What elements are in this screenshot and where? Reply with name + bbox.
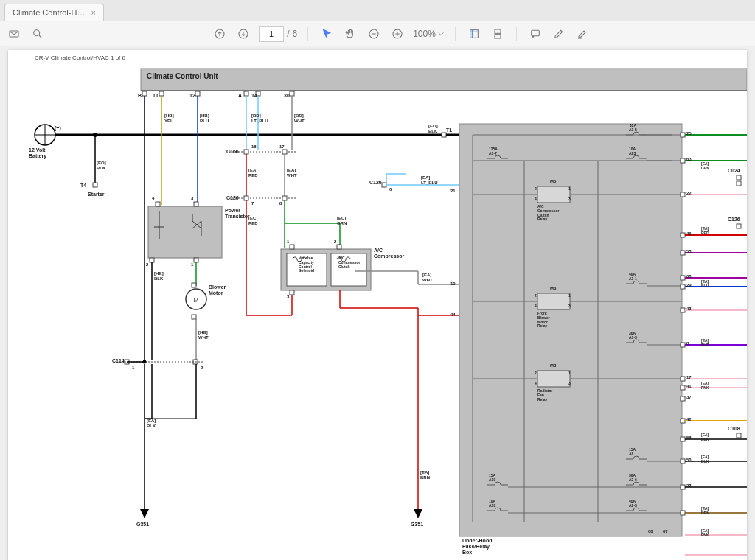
svg-rect-0 xyxy=(10,31,18,37)
svg-rect-7 xyxy=(495,29,501,33)
mail-icon[interactable] xyxy=(6,26,22,42)
svg-rect-9 xyxy=(532,30,540,35)
chevron-down-icon xyxy=(437,30,445,38)
svg-rect-6 xyxy=(470,30,479,38)
zoom-out-icon[interactable] xyxy=(366,26,382,42)
zoom-value: 100% xyxy=(413,29,436,39)
svg-rect-8 xyxy=(495,35,501,38)
search-icon[interactable] xyxy=(29,26,46,42)
toolbar: / 6 100% xyxy=(0,21,755,47)
tab-bar: Climate Control-H… × xyxy=(0,0,755,21)
page-total: 6 xyxy=(292,29,297,39)
highlight-icon[interactable] xyxy=(574,26,591,42)
comment-icon[interactable] xyxy=(527,26,543,42)
zoom-level[interactable]: 100% xyxy=(413,29,445,39)
tab-title: Climate Control-H… xyxy=(13,8,85,17)
page-indicator: / 6 xyxy=(259,26,297,42)
download-page-icon[interactable] xyxy=(235,26,251,42)
zoom-in-icon[interactable] xyxy=(389,26,406,42)
close-icon[interactable]: × xyxy=(91,8,95,17)
svg-point-1 xyxy=(34,30,40,36)
page-sep: / xyxy=(287,29,289,39)
pointer-icon[interactable] xyxy=(319,26,335,42)
upload-page-icon[interactable] xyxy=(212,26,228,42)
viewer[interactable]: CR-V Climate Control/HVAC 1 of 6 xyxy=(0,46,755,47)
document-tab[interactable]: Climate Control-H… × xyxy=(4,4,104,21)
page-current-input[interactable] xyxy=(259,26,284,42)
scroll-mode-icon[interactable] xyxy=(490,26,506,42)
fit-page-icon[interactable] xyxy=(466,26,482,42)
hand-icon[interactable] xyxy=(342,26,358,42)
pen-icon[interactable] xyxy=(551,26,567,42)
